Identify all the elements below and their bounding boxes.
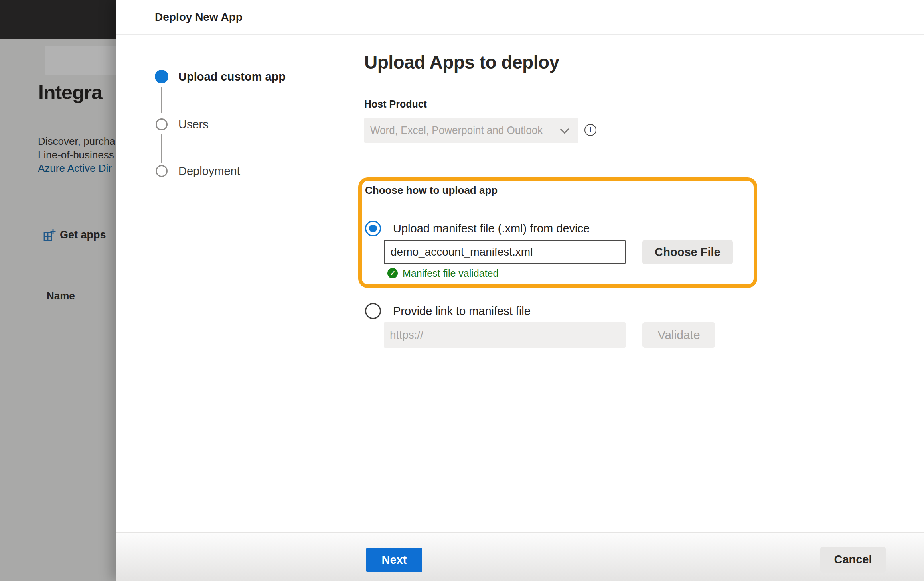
info-icon[interactable]: i <box>584 124 596 136</box>
validation-message: Manifest file validated <box>403 268 498 279</box>
panel-footer: Next Cancel <box>116 532 924 581</box>
radio-upload-from-device[interactable] <box>365 221 381 236</box>
panel-header: Deploy New App <box>116 0 924 35</box>
host-product-value: Word, Excel, Powerpoint and Outlook <box>370 118 543 143</box>
screen: Integra Discover, purcha Line-of-busines… <box>0 0 924 581</box>
step-indicator-users <box>156 118 168 130</box>
step-indicator-deployment <box>156 165 168 177</box>
step-label-deployment: Deployment <box>178 164 240 178</box>
radio-provide-link-label[interactable]: Provide link to manifest file <box>393 303 531 319</box>
cancel-button[interactable]: Cancel <box>820 547 886 573</box>
radio-selected-dot <box>369 225 377 232</box>
host-product-label: Host Product <box>364 98 427 110</box>
check-icon: ✓ <box>387 268 398 278</box>
modal-dim-overlay <box>0 0 116 581</box>
step-indicator-upload-custom-app <box>155 70 168 83</box>
chevron-down-icon <box>560 125 569 134</box>
section-heading: Choose how to upload app <box>365 184 498 197</box>
manifest-url-input[interactable] <box>384 322 626 348</box>
step-connector <box>161 87 162 113</box>
next-button[interactable]: Next <box>366 548 422 572</box>
check-glyph: ✓ <box>390 269 395 278</box>
choose-file-button[interactable]: Choose File <box>642 240 733 264</box>
validate-button[interactable]: Validate <box>642 322 715 348</box>
panel-content: Upload Apps to deploy Host Product Word,… <box>328 35 924 532</box>
background-page: Integra Discover, purcha Line-of-busines… <box>0 0 116 581</box>
wizard-stepper: Upload custom app Users Deployment <box>116 35 328 532</box>
host-product-dropdown[interactable]: Word, Excel, Powerpoint and Outlook <box>364 118 578 143</box>
step-label-users: Users <box>178 118 209 131</box>
info-glyph: i <box>590 126 591 134</box>
radio-provide-link[interactable] <box>365 303 381 319</box>
step-label-upload-custom-app: Upload custom app <box>178 70 286 83</box>
deploy-new-app-panel: Deploy New App Upload custom app Users D… <box>116 0 924 581</box>
panel-title: Deploy New App <box>155 11 243 24</box>
step-connector <box>161 134 162 163</box>
page-title: Upload Apps to deploy <box>364 51 559 74</box>
radio-upload-from-device-label[interactable]: Upload manifest file (.xml) from device <box>393 221 590 236</box>
manifest-file-input[interactable] <box>384 240 626 264</box>
